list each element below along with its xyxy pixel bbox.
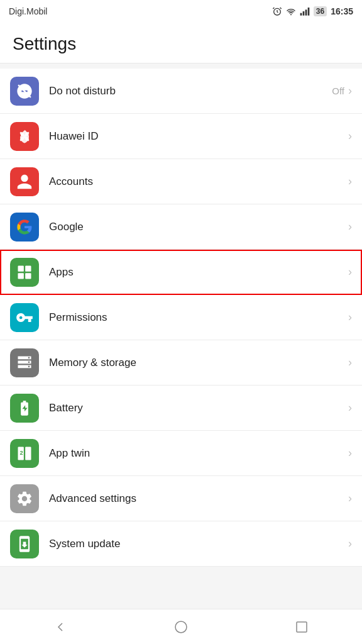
back-icon: [53, 619, 68, 635]
app-twin-chevron: ›: [348, 447, 352, 460]
status-icons: 36 16:35: [272, 6, 353, 16]
app-twin-label: App twin: [49, 447, 348, 460]
huawei-id-chevron: ›: [348, 130, 352, 143]
memory-storage-icon: [10, 348, 39, 377]
settings-item-apps[interactable]: Apps ›: [0, 250, 362, 295]
svg-rect-7: [18, 273, 24, 279]
do-not-disturb-value: Off: [332, 86, 344, 96]
advanced-settings-chevron: ›: [348, 492, 352, 505]
svg-rect-9: [28, 357, 30, 358]
memory-storage-chevron: ›: [348, 356, 352, 369]
google-icon: [10, 213, 39, 242]
svg-rect-11: [28, 365, 30, 367]
permissions-chevron: ›: [348, 311, 352, 324]
svg-rect-13: [25, 447, 31, 460]
svg-rect-6: [25, 265, 31, 271]
home-button[interactable]: [168, 614, 194, 640]
permissions-icon: [10, 303, 39, 332]
time-label: 16:35: [331, 6, 353, 16]
accounts-chevron: ›: [348, 175, 352, 188]
svg-rect-16: [297, 622, 307, 632]
system-update-label: System update: [49, 538, 348, 550]
svg-rect-2: [302, 11, 304, 16]
memory-storage-label: Memory & storage: [49, 357, 348, 369]
settings-item-app-twin[interactable]: 2 App twin ›: [0, 431, 362, 476]
wifi-icon: [286, 6, 296, 16]
do-not-disturb-chevron: ›: [348, 84, 352, 97]
advanced-settings-icon: [10, 484, 39, 513]
svg-text:2: 2: [19, 450, 23, 456]
apps-icon: [10, 258, 39, 287]
carrier-label: Digi.Mobil: [9, 6, 47, 16]
battery-chevron: ›: [348, 401, 352, 414]
apps-label: Apps: [49, 266, 348, 279]
svg-rect-1: [300, 13, 302, 16]
signal-icon: [300, 6, 310, 16]
huawei-id-icon: [10, 122, 39, 151]
svg-rect-8: [25, 273, 31, 279]
settings-item-memory-storage[interactable]: Memory & storage ›: [0, 340, 362, 386]
system-update-chevron: ›: [348, 537, 352, 550]
permissions-label: Permissions: [49, 311, 348, 324]
battery-icon: [10, 394, 39, 423]
svg-rect-3: [305, 9, 307, 15]
settings-item-system-update[interactable]: System update ›: [0, 521, 362, 567]
do-not-disturb-label: Do not disturb: [49, 85, 332, 97]
settings-item-do-not-disturb[interactable]: Do not disturb Off ›: [0, 69, 362, 114]
alarm-icon: [272, 6, 282, 16]
advanced-settings-label: Advanced settings: [49, 492, 348, 505]
recents-icon: [294, 619, 309, 635]
svg-rect-5: [18, 265, 24, 271]
svg-rect-10: [28, 361, 30, 362]
home-icon: [173, 619, 189, 635]
svg-point-15: [175, 621, 187, 633]
status-bar: Digi.Mobil 36 16:35: [0, 0, 362, 23]
settings-item-accounts[interactable]: Accounts ›: [0, 159, 362, 204]
settings-item-battery[interactable]: Battery ›: [0, 386, 362, 431]
huawei-id-label: Huawei ID: [49, 130, 348, 143]
settings-item-advanced-settings[interactable]: Advanced settings ›: [0, 476, 362, 521]
google-label: Google: [49, 221, 348, 233]
accounts-label: Accounts: [49, 175, 348, 188]
settings-item-google[interactable]: Google ›: [0, 204, 362, 250]
do-not-disturb-icon: [10, 77, 39, 106]
settings-list: Do not disturb Off › Huawei ID › Account…: [0, 69, 362, 567]
battery-label-item: Battery: [49, 402, 348, 414]
recents-button[interactable]: [289, 614, 314, 640]
page-header: Settings: [0, 23, 362, 64]
system-update-icon: [10, 530, 39, 558]
apps-chevron: ›: [348, 265, 352, 279]
svg-rect-4: [307, 8, 309, 16]
settings-item-huawei-id[interactable]: Huawei ID ›: [0, 114, 362, 159]
google-chevron: ›: [348, 220, 352, 233]
back-button[interactable]: [48, 614, 73, 640]
battery-label: 36: [314, 6, 327, 16]
nav-bar: [0, 609, 362, 644]
app-twin-icon: 2: [10, 439, 39, 468]
settings-item-permissions[interactable]: Permissions ›: [0, 295, 362, 340]
accounts-icon: [10, 167, 39, 196]
page-title: Settings: [13, 34, 349, 54]
